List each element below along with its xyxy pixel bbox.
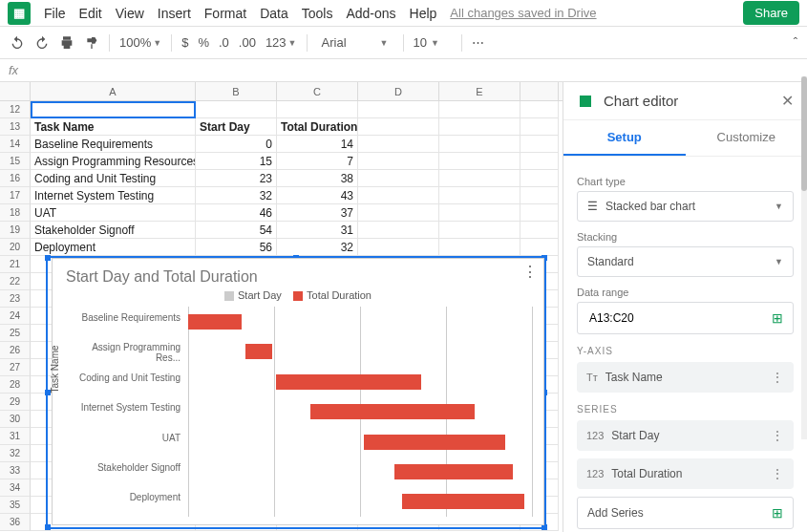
col-header-A[interactable]: A <box>31 82 196 100</box>
cell-F18[interactable] <box>520 204 559 222</box>
cell-E18[interactable] <box>439 204 520 222</box>
menu-help[interactable]: Help <box>410 6 437 21</box>
chart-type-select[interactable]: ☰ Stacked bar chart ▼ <box>577 191 794 222</box>
cell-A18[interactable]: UAT <box>31 204 196 222</box>
row-header[interactable]: 26 <box>0 342 31 359</box>
menu-insert[interactable]: Insert <box>158 6 191 21</box>
chip-menu-icon[interactable]: ⋮ <box>771 466 784 481</box>
cell-B12[interactable] <box>196 101 277 118</box>
cell-A19[interactable]: Stakeholder Signoff <box>31 222 196 239</box>
cell-B20[interactable]: 56 <box>196 239 277 256</box>
cell-A20[interactable]: Deployment <box>31 239 196 256</box>
select-range-icon[interactable]: ⊞ <box>772 310 783 326</box>
cell-A12[interactable] <box>31 101 196 118</box>
row-header[interactable]: 23 <box>0 290 31 308</box>
cell-F17[interactable] <box>520 187 559 204</box>
embedded-chart[interactable]: ⋮ Start Day and Total Duration Start Day… <box>52 258 544 525</box>
cell-B16[interactable]: 23 <box>196 170 277 187</box>
cell-B13[interactable]: Start Day <box>196 118 277 136</box>
cell-E14[interactable] <box>439 136 520 153</box>
cell-F19[interactable] <box>520 222 559 239</box>
cell-C17[interactable]: 43 <box>277 187 358 204</box>
add-series-button[interactable]: Add Series ⊞ <box>577 497 794 529</box>
cell-D16[interactable] <box>358 170 439 187</box>
redo-icon[interactable] <box>34 35 50 51</box>
row-header[interactable]: 17 <box>0 187 31 204</box>
chip-menu-icon[interactable]: ⋮ <box>771 428 784 443</box>
cell-C20[interactable]: 32 <box>277 239 358 256</box>
format-percent[interactable]: % <box>198 35 209 50</box>
row-header[interactable]: 21 <box>0 256 31 273</box>
cell-C13[interactable]: Total Duration <box>277 118 358 136</box>
cell-B19[interactable]: 54 <box>196 222 277 239</box>
cell-E13[interactable] <box>439 118 520 136</box>
cell-D15[interactable] <box>358 153 439 170</box>
cell-B15[interactable]: 15 <box>196 153 277 170</box>
row-header[interactable]: 24 <box>0 308 31 325</box>
row-header[interactable]: 33 <box>0 462 31 479</box>
col-header-E[interactable]: E <box>439 82 520 100</box>
chip-menu-icon[interactable]: ⋮ <box>771 370 784 385</box>
row-header[interactable]: 29 <box>0 394 31 411</box>
cell-F16[interactable] <box>520 170 559 187</box>
cell-E17[interactable] <box>439 187 520 204</box>
tab-setup[interactable]: Setup <box>563 120 686 156</box>
row-header[interactable]: 31 <box>0 428 31 445</box>
cell-C15[interactable]: 7 <box>277 153 358 170</box>
cell-A15[interactable]: Assign Programming Resources <box>31 153 196 170</box>
row-header[interactable]: 20 <box>0 239 31 256</box>
row-header[interactable]: 19 <box>0 222 31 239</box>
chart-menu-icon[interactable]: ⋮ <box>522 263 538 281</box>
cell-F20[interactable] <box>520 239 559 256</box>
row-header[interactable]: 14 <box>0 136 31 153</box>
cell-D13[interactable] <box>358 118 439 136</box>
cell-D17[interactable] <box>358 187 439 204</box>
cell-A13[interactable]: Task Name <box>31 118 196 136</box>
row-header[interactable]: 27 <box>0 359 31 376</box>
cell-B18[interactable]: 46 <box>196 204 277 222</box>
series-chip-startday[interactable]: 123 Start Day ⋮ <box>577 420 794 451</box>
menu-addons[interactable]: Add-ons <box>346 6 395 21</box>
cell-D14[interactable] <box>358 136 439 153</box>
tab-customize[interactable]: Customize <box>686 120 808 156</box>
cell-C18[interactable]: 37 <box>277 204 358 222</box>
cell-B17[interactable]: 32 <box>196 187 277 204</box>
cell-E12[interactable] <box>439 101 520 118</box>
menu-data[interactable]: Data <box>260 6 288 21</box>
cell-C12[interactable] <box>277 101 358 118</box>
cell-C16[interactable]: 38 <box>277 170 358 187</box>
collapse-toolbar-icon[interactable]: ˆ <box>794 35 797 50</box>
row-header[interactable]: 16 <box>0 170 31 187</box>
menu-tools[interactable]: Tools <box>302 6 333 21</box>
cell-A16[interactable]: Coding and Unit Testing <box>31 170 196 187</box>
select-range-icon[interactable]: ⊞ <box>772 505 783 521</box>
row-header[interactable]: 34 <box>0 479 31 497</box>
menu-view[interactable]: View <box>116 6 144 21</box>
row-header[interactable]: 36 <box>0 514 31 531</box>
format-currency[interactable]: $ <box>181 35 188 50</box>
zoom-select[interactable]: 100%▼ <box>119 35 161 50</box>
paint-format-icon[interactable] <box>84 35 99 51</box>
cell-E19[interactable] <box>439 222 520 239</box>
increase-decimal[interactable]: .00 <box>239 35 256 50</box>
cell-F12[interactable] <box>520 101 559 118</box>
cell-F13[interactable] <box>520 118 559 136</box>
col-header-C[interactable]: C <box>277 82 358 100</box>
row-header[interactable]: 22 <box>0 273 31 290</box>
cell-F15[interactable] <box>520 153 559 170</box>
menu-file[interactable]: File <box>44 6 66 21</box>
formula-input[interactable] <box>27 62 807 78</box>
font-size-select[interactable]: 10▼ <box>414 35 452 50</box>
menu-format[interactable]: Format <box>204 6 246 21</box>
data-range-input[interactable]: ⊞ <box>577 302 794 334</box>
decrease-decimal[interactable]: .0 <box>219 35 229 50</box>
row-header[interactable]: 25 <box>0 325 31 342</box>
close-icon[interactable]: ✕ <box>781 92 794 110</box>
cell-B14[interactable]: 0 <box>196 136 277 153</box>
col-header-D[interactable]: D <box>358 82 439 100</box>
cell-D20[interactable] <box>358 239 439 256</box>
cell-E20[interactable] <box>439 239 520 256</box>
cell-E16[interactable] <box>439 170 520 187</box>
yaxis-chip[interactable]: Tт Task Name ⋮ <box>577 362 794 393</box>
row-header[interactable]: 28 <box>0 376 31 394</box>
